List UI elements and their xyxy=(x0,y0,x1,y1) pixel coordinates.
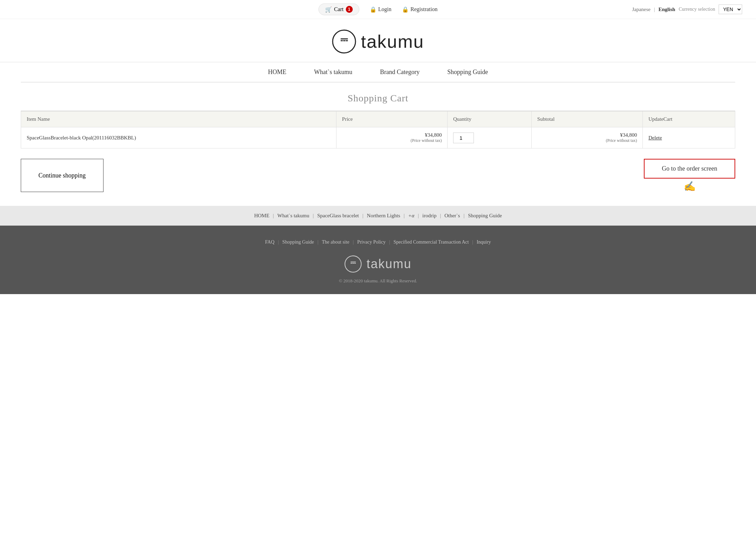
svg-text:⎓: ⎓ xyxy=(340,32,348,46)
footer-sep-5: | xyxy=(416,213,420,219)
col-update-cart: UpdateCart xyxy=(643,111,735,127)
subtotal-value: ¥34,800 xyxy=(537,132,637,138)
footer-sep-7: | xyxy=(462,213,466,219)
lang-japanese[interactable]: Japanese xyxy=(632,7,650,12)
quantity-cell xyxy=(448,127,532,148)
dark-logo-area: ⎓ takumu xyxy=(7,255,749,273)
registration-lock-icon: 🔒 xyxy=(402,6,409,13)
col-item-name: Item Name xyxy=(21,111,336,127)
registration-label: Registration xyxy=(411,6,438,12)
lang-separator: | xyxy=(654,7,655,12)
df-sep-1: | xyxy=(277,239,280,245)
order-btn-wrap: Go to the order screen ✍ xyxy=(644,159,735,192)
top-bar: 🛒 Cart 1 🔒 Login 🔒 Registration Japanese… xyxy=(0,0,756,19)
item-name-cell: SpaceGlassBracelet-black Opal(201116032B… xyxy=(21,127,336,148)
top-bar-left: 🛒 Cart 1 🔒 Login 🔒 Registration xyxy=(318,3,438,15)
footer-sep-1: | xyxy=(271,213,275,219)
logo-area: ⎓ takumu xyxy=(0,19,756,62)
continue-shopping-button[interactable]: Continue shopping xyxy=(21,159,104,192)
price-cell: ¥34,800 (Price without tax) xyxy=(336,127,448,148)
nav-brand-category[interactable]: Brand Category xyxy=(380,69,420,76)
dark-logo-text: takumu xyxy=(367,257,412,271)
price-note: (Price without tax) xyxy=(342,138,442,143)
df-sep-5: | xyxy=(471,239,475,245)
login-label: Login xyxy=(378,6,392,12)
footer-northern-lights[interactable]: Northern Lights xyxy=(367,213,400,219)
footer-sep-2: | xyxy=(311,213,315,219)
df-faq[interactable]: FAQ xyxy=(265,239,274,245)
nav-whats-takumu[interactable]: What`s takumu xyxy=(314,69,352,76)
df-sep-4: | xyxy=(388,239,392,245)
df-about-site[interactable]: The about site xyxy=(322,239,349,245)
subtotal-note: (Price without tax) xyxy=(537,138,637,143)
copyright: © 2018-2020 takumu. All Rights Reserved. xyxy=(7,278,749,284)
df-sep-2: | xyxy=(316,239,320,245)
currency-selection-label: Currency selection xyxy=(679,7,715,12)
update-cart-cell: Delete xyxy=(643,127,735,148)
login-link[interactable]: 🔒 Login xyxy=(370,6,392,13)
cart-badge: 1 xyxy=(346,6,353,13)
footer-whats-takumu[interactable]: What`s takumu xyxy=(277,213,309,219)
col-quantity: Quantity xyxy=(448,111,532,127)
footer-spaceglass[interactable]: SpaceGlass bracelet xyxy=(317,213,359,219)
cart-icon: 🛒 xyxy=(325,6,332,13)
table-row: SpaceGlassBracelet-black Opal(201116032B… xyxy=(21,127,735,148)
dark-logo-icon: ⎓ xyxy=(344,255,362,273)
dark-footer: FAQ | Shopping Guide | The about site | … xyxy=(0,226,756,294)
df-shopping-guide[interactable]: Shopping Guide xyxy=(282,239,314,245)
currency-select[interactable]: YEN USD EUR xyxy=(719,4,742,14)
cart-table: Item Name Price Quantity Subtotal Update… xyxy=(21,111,735,148)
delete-link[interactable]: Delete xyxy=(648,135,662,140)
logo-icon: ⎓ xyxy=(332,29,356,54)
lock-icon: 🔒 xyxy=(370,6,377,13)
lang-english[interactable]: English xyxy=(658,7,675,12)
footer-shopping-guide[interactable]: Shopping Guide xyxy=(468,213,502,219)
footer-others[interactable]: Other`s xyxy=(444,213,460,219)
price-value: ¥34,800 xyxy=(342,132,442,138)
nav-home[interactable]: HOME xyxy=(268,69,286,76)
top-bar-right: Japanese | English Currency selection YE… xyxy=(632,4,742,14)
df-privacy-policy[interactable]: Privacy Policy xyxy=(357,239,386,245)
col-price: Price xyxy=(336,111,448,127)
footer-sep-4: | xyxy=(402,213,406,219)
footer-nav: HOME | What`s takumu | SpaceGlass bracel… xyxy=(0,206,756,226)
svg-text:⎓: ⎓ xyxy=(350,257,356,267)
footer-sep-3: | xyxy=(361,213,365,219)
df-sep-3: | xyxy=(351,239,355,245)
footer-sep-6: | xyxy=(439,213,442,219)
footer-irodrip[interactable]: irodrip xyxy=(422,213,436,219)
action-buttons: Continue shopping Go to the order screen… xyxy=(21,159,735,192)
logo-inner: ⎓ takumu xyxy=(332,29,424,54)
cart-label: Cart xyxy=(334,6,344,12)
logo-text: takumu xyxy=(361,31,424,52)
subtotal-cell: ¥34,800 (Price without tax) xyxy=(532,127,643,148)
table-header-row: Item Name Price Quantity Subtotal Update… xyxy=(21,111,735,127)
col-subtotal: Subtotal xyxy=(532,111,643,127)
footer-nav-links: HOME | What`s takumu | SpaceGlass bracel… xyxy=(0,213,756,219)
cart-button[interactable]: 🛒 Cart 1 xyxy=(318,3,359,15)
df-commercial-act[interactable]: Specified Commercial Transaction Act xyxy=(394,239,469,245)
go-to-order-button[interactable]: Go to the order screen xyxy=(644,159,735,179)
page-title: Shopping Cart xyxy=(0,82,756,111)
nav-shopping-guide[interactable]: Shopping Guide xyxy=(447,69,488,76)
footer-alpha[interactable]: +α xyxy=(408,213,414,219)
main-nav: HOME What`s takumu Brand Category Shoppi… xyxy=(0,62,756,82)
quantity-input[interactable] xyxy=(453,133,474,143)
df-inquiry[interactable]: Inquiry xyxy=(477,239,491,245)
footer-home[interactable]: HOME xyxy=(254,213,269,219)
cursor-icon: ✍ xyxy=(684,181,696,192)
dark-footer-links: FAQ | Shopping Guide | The about site | … xyxy=(7,239,749,245)
cart-section: Item Name Price Quantity Subtotal Update… xyxy=(21,111,735,148)
registration-link[interactable]: 🔒 Registration xyxy=(402,6,438,13)
